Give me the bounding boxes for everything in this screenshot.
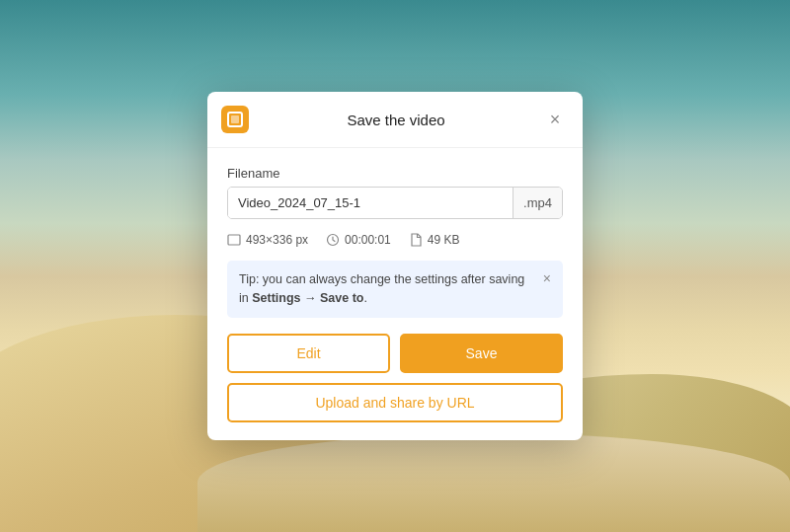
clock-icon [326, 233, 340, 247]
meta-row: 493×336 px 00:00:01 [227, 233, 563, 247]
app-icon-inner [227, 112, 243, 127]
filename-field-row: .mp4 [227, 187, 563, 219]
edit-button[interactable]: Edit [227, 334, 390, 373]
app-icon [221, 106, 249, 133]
filesize-value: 49 KB [428, 233, 460, 247]
tip-box: Tip: you can always change the settings … [227, 261, 563, 318]
tip-text: Tip: you can always change the settings … [239, 270, 535, 308]
dimensions-icon [227, 233, 241, 247]
dimensions-value: 493×336 px [246, 233, 308, 247]
meta-duration: 00:00:01 [326, 233, 391, 247]
meta-dimensions: 493×336 px [227, 233, 308, 247]
dialog-title: Save the video [249, 112, 543, 128]
save-button[interactable]: Save [400, 334, 563, 373]
save-dialog: Save the video × Filename .mp4 493×3 [207, 92, 583, 440]
meta-filesize: 49 KB [409, 233, 460, 247]
filename-extension: .mp4 [513, 188, 562, 218]
primary-button-row: Edit Save [227, 334, 563, 373]
upload-share-button[interactable]: Upload and share by URL [227, 383, 563, 422]
filename-label: Filename [227, 166, 563, 181]
close-button[interactable]: × [543, 108, 567, 131]
file-icon [409, 233, 423, 247]
dialog-overlay: Save the video × Filename .mp4 493×3 [0, 0, 790, 532]
dialog-header: Save the video × [207, 92, 583, 148]
tip-text-bold: Settings → Save to [252, 291, 363, 305]
duration-value: 00:00:01 [345, 233, 391, 247]
tip-close-button[interactable]: × [543, 271, 551, 285]
tip-text-after: . [363, 291, 366, 305]
svg-rect-0 [228, 235, 240, 245]
filename-input[interactable] [228, 188, 513, 218]
dialog-body: Filename .mp4 493×336 px [207, 148, 583, 440]
